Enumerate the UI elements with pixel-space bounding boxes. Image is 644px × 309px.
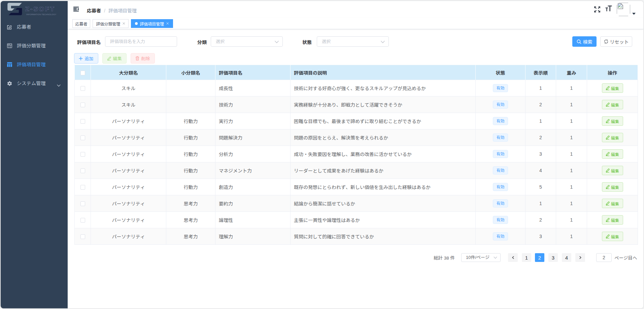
svg-text:INFORMATION TECHNOLOGY: INFORMATION TECHNOLOGY	[26, 13, 57, 15]
svg-text:Z-SOFT: Z-SOFT	[25, 5, 55, 12]
